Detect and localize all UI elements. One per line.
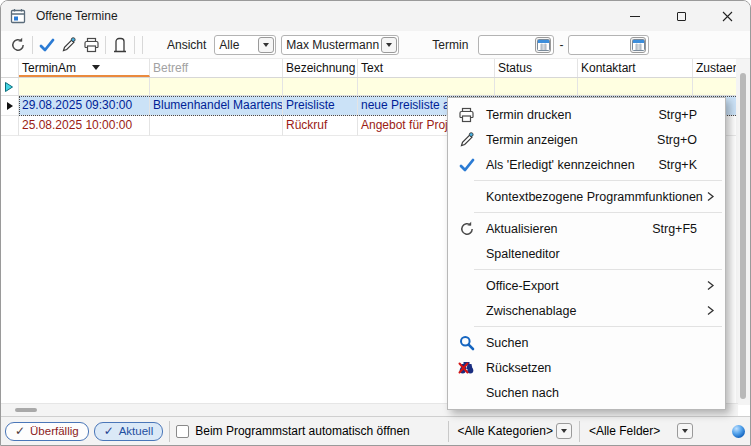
horizontal-scrollbar-thumb[interactable] [15, 408, 37, 412]
check-icon [457, 156, 476, 173]
calendar-icon [10, 8, 26, 24]
menu-separator [474, 180, 722, 181]
autostart-checkbox[interactable] [176, 425, 189, 438]
statusbar-separator [579, 421, 580, 442]
filter-indicator [1, 78, 19, 96]
row-indicator [1, 96, 19, 116]
window-title: Offene Termine [36, 9, 118, 23]
header-kontaktart[interactable]: Kontaktart [578, 59, 693, 77]
date-to-field[interactable] [568, 35, 649, 55]
termin-label: Termin [432, 38, 468, 52]
header-zustaendig[interactable]: Zustaendig [693, 59, 738, 77]
status-orb-icon [732, 425, 745, 438]
overdue-toggle-button[interactable]: ✓ Überfällig [5, 422, 89, 441]
date-picker-icon[interactable] [630, 37, 646, 53]
row-indicator [1, 116, 19, 136]
filter-row [1, 78, 738, 96]
cell-betreff[interactable] [150, 116, 283, 136]
view-label: Ansicht [167, 38, 206, 52]
menu-item-aktualisieren[interactable]: Aktualisieren Strg+F5 [448, 216, 725, 241]
dropdown-arrow-icon[interactable] [381, 37, 397, 53]
submenu-arrow-icon [706, 280, 715, 291]
icon-slot [457, 384, 476, 401]
current-toggle-button[interactable]: ✓ Aktuell [94, 422, 164, 441]
filter-bezeichnung[interactable] [283, 78, 358, 96]
menu-item-termin-anzeigen[interactable]: Termin anzeigen Strg+O [448, 127, 725, 152]
icon-slot [457, 277, 476, 294]
menu-item-als-erledigt[interactable]: Als 'Erledigt' kennzeichnen Strg+K [448, 152, 725, 177]
toolbar-separator [105, 36, 106, 54]
date-from-field[interactable] [478, 35, 554, 55]
icon-slot [457, 302, 476, 319]
header-status[interactable]: Status [495, 59, 578, 77]
title-bar: Offene Termine [1, 1, 750, 31]
refresh-button[interactable] [9, 36, 27, 54]
menu-separator [474, 212, 722, 213]
submenu-arrow-icon [706, 191, 715, 202]
maximize-icon [677, 12, 686, 21]
toolbar-separator [142, 36, 143, 54]
categories-select[interactable]: <Alle Kategorien> [455, 421, 573, 442]
header-betreff[interactable]: Betreff [150, 59, 283, 77]
dropdown-arrow-icon[interactable] [677, 423, 693, 439]
menu-item-spalteneditor[interactable]: Spalteneditor [448, 241, 725, 266]
statusbar-separator [169, 421, 170, 442]
dropdown-arrow-icon[interactable] [556, 423, 572, 439]
icon-slot [457, 188, 476, 205]
pencil-icon [457, 131, 476, 148]
cell-betreff[interactable]: Blumenhandel Maartens [150, 96, 283, 116]
toolbar-separator [32, 36, 33, 54]
dropdown-arrow-icon[interactable] [258, 37, 274, 53]
header-bezeichnung[interactable]: Bezeichnung [283, 59, 358, 77]
filter-status[interactable] [495, 78, 578, 96]
menu-item-ruecksetzen[interactable]: Rücksetzen [448, 355, 725, 380]
check-icon: ✓ [104, 424, 114, 438]
menu-separator [474, 269, 722, 270]
cell-terminam[interactable]: 25.08.2025 10:00:00 [19, 116, 150, 136]
mark-done-button[interactable] [38, 36, 56, 54]
menu-item-kontextfunktionen[interactable]: Kontextbezogene Programmfunktionen [448, 184, 725, 209]
search-icon [457, 334, 476, 351]
view-select[interactable]: Alle [214, 35, 276, 55]
filter-terminam[interactable] [19, 78, 150, 96]
fields-select[interactable]: <Alle Felder> [586, 421, 694, 442]
menu-item-termin-drucken[interactable]: Termin drucken Strg+P [448, 102, 725, 127]
statusbar-separator [448, 421, 449, 442]
filter-betreff[interactable] [150, 78, 283, 96]
menu-item-suchen[interactable]: Suchen [448, 330, 725, 355]
app-window: Offene Termine Ansicht Alle Max Musterma… [0, 0, 751, 446]
icon-slot [457, 245, 476, 262]
filter-kontaktart[interactable] [578, 78, 693, 96]
user-select[interactable]: Max Mustermann [281, 35, 399, 55]
menu-item-office-export[interactable]: Office-Export [448, 273, 725, 298]
header-text[interactable]: Text [358, 59, 495, 77]
filter-text[interactable] [358, 78, 495, 96]
printer-icon [457, 106, 476, 123]
date-range-separator: - [559, 38, 563, 52]
filter-zustaendig[interactable] [693, 78, 738, 96]
menu-separator [474, 326, 722, 327]
menu-item-suchen-nach[interactable]: Suchen nach [448, 380, 725, 405]
exit-button[interactable] [111, 36, 129, 54]
menu-item-zwischenablage[interactable]: Zwischenablage [448, 298, 725, 323]
date-picker-icon[interactable] [535, 37, 551, 53]
grid-header-row: TerminAm Betreff Bezeichnung Text Status… [1, 59, 738, 78]
cell-terminam[interactable]: 29.08.2025 09:30:00 [19, 96, 150, 116]
autostart-label: Beim Programmstart automatisch öffnen [195, 424, 410, 438]
vertical-scrollbar-thumb[interactable] [740, 73, 746, 399]
header-terminam[interactable]: TerminAm [19, 59, 150, 77]
cell-bezeichnung[interactable]: Rückruf [283, 116, 358, 136]
cell-bezeichnung[interactable]: Preisliste [283, 96, 358, 116]
edit-button[interactable] [60, 36, 78, 54]
minimize-icon [630, 16, 640, 17]
minimize-button[interactable] [612, 1, 658, 31]
toolbar-separator [134, 36, 135, 54]
reset-search-icon [457, 359, 476, 376]
toolbar: Ansicht Alle Max Mustermann Termin - [1, 31, 750, 59]
close-button[interactable] [704, 1, 750, 31]
maximize-button[interactable] [658, 1, 704, 31]
sort-desc-icon [92, 65, 100, 70]
print-button[interactable] [82, 36, 100, 54]
submenu-arrow-icon [706, 305, 715, 316]
vertical-scrollbar[interactable] [736, 59, 750, 405]
